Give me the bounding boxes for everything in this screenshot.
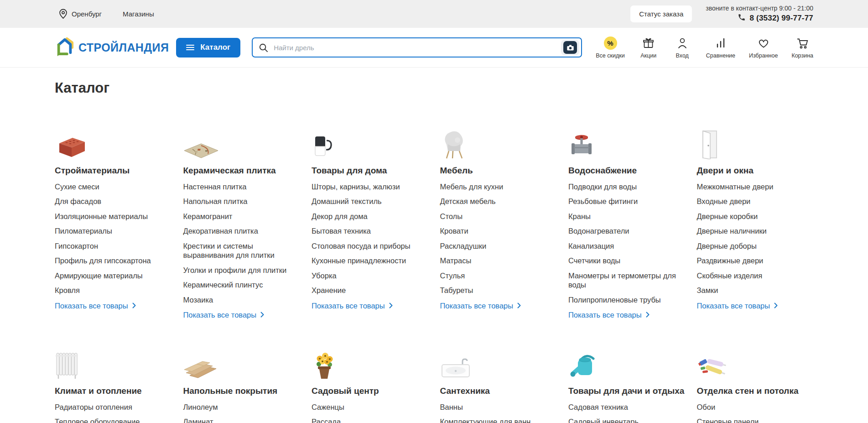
- category-title[interactable]: Товары для дачи и отдыха: [568, 386, 685, 397]
- category-item-link[interactable]: Дверные доборы: [697, 241, 757, 251]
- category-item-link[interactable]: Столы: [440, 212, 463, 221]
- category-title[interactable]: Мебель: [440, 166, 557, 176]
- category-item-link[interactable]: Мозаика: [183, 295, 213, 304]
- category-item-link[interactable]: Бытовая техника: [312, 226, 371, 235]
- category-title[interactable]: Двери и окна: [697, 166, 814, 176]
- catalog-button[interactable]: Каталог: [176, 38, 240, 57]
- phone-number[interactable]: 8 (3532) 99-77-77: [750, 14, 814, 23]
- category-item-link[interactable]: Водонагреватели: [568, 226, 629, 235]
- category-item-link[interactable]: Гипсокартон: [55, 241, 98, 251]
- order-status-button[interactable]: Статус заказа: [630, 5, 692, 22]
- category-item-link[interactable]: Сухие смеси: [55, 182, 99, 191]
- category-item-link[interactable]: Настенная плитка: [183, 182, 247, 191]
- category-item-link[interactable]: Тепловое оборудование: [55, 417, 140, 423]
- category-item-link[interactable]: Крестики и системы выравнивания для плит…: [183, 241, 300, 260]
- show-all-link[interactable]: Показать все товары: [440, 302, 521, 310]
- category-item-link[interactable]: Дверные наличники: [697, 226, 767, 235]
- mug-icon[interactable]: [312, 120, 428, 159]
- category-title[interactable]: Садовый центр: [312, 386, 428, 397]
- category-item-link[interactable]: Кровати: [440, 226, 468, 235]
- category-item-link[interactable]: Комплектующие для ванн: [440, 417, 531, 423]
- category-item-link[interactable]: Матрасы: [440, 256, 472, 265]
- category-item-link[interactable]: Декор для дома: [312, 212, 368, 221]
- logo[interactable]: СТРОЙЛАНДИЯ: [55, 37, 169, 58]
- category-item-link[interactable]: Ламинат: [183, 417, 213, 423]
- image-search-button[interactable]: [561, 40, 579, 55]
- category-item-link[interactable]: Раскладушки: [440, 241, 487, 251]
- action-gift[interactable]: Акции: [639, 37, 659, 59]
- category-title[interactable]: Керамическая плитка: [183, 166, 300, 176]
- category-item-link[interactable]: Уголки и профили для плитки: [183, 266, 287, 275]
- category-item-link[interactable]: Табуреты: [440, 286, 473, 295]
- laminate-icon[interactable]: [183, 340, 300, 380]
- category-item-link[interactable]: Домашний текстиль: [312, 197, 382, 206]
- category-item-link[interactable]: Армирующие материалы: [55, 271, 143, 280]
- category-item-link[interactable]: Входные двери: [697, 197, 751, 206]
- search-input[interactable]: [273, 43, 581, 52]
- category-title[interactable]: Сантехника: [440, 386, 557, 397]
- category-item-link[interactable]: Раздвижные двери: [697, 256, 764, 265]
- category-title[interactable]: Стройматериалы: [55, 166, 172, 176]
- category-item-link[interactable]: Садовый инвентарь: [568, 417, 639, 423]
- show-all-link[interactable]: Показать все товары: [312, 302, 393, 310]
- paint-rollers-icon[interactable]: [697, 340, 814, 380]
- action-compare[interactable]: Сравнение: [706, 37, 735, 59]
- category-item-link[interactable]: Для фасадов: [55, 197, 101, 206]
- show-all-link[interactable]: Показать все товары: [183, 311, 265, 319]
- category-item-link[interactable]: Краны: [568, 212, 591, 221]
- category-item-link[interactable]: Ванны: [440, 402, 463, 412]
- category-item-link[interactable]: Дверные коробки: [697, 212, 758, 221]
- city-selector[interactable]: Оренбург: [55, 9, 102, 19]
- category-item-link[interactable]: Кухонные принадлежности: [312, 256, 406, 265]
- category-item-link[interactable]: Уборка: [312, 271, 337, 280]
- category-item-link[interactable]: Мебель для кухни: [440, 182, 504, 191]
- action-percent[interactable]: %Все скидки: [596, 37, 624, 59]
- category-item-link[interactable]: Декоративная плитка: [183, 226, 258, 235]
- category-title[interactable]: Климат и отопление: [55, 386, 172, 397]
- category-item-link[interactable]: Канализация: [568, 241, 614, 251]
- tile-icon[interactable]: [183, 120, 300, 159]
- stores-link[interactable]: Магазины: [123, 10, 154, 18]
- category-title[interactable]: Отделка стен и потолка: [697, 386, 814, 397]
- category-item-link[interactable]: Хранение: [312, 286, 346, 295]
- category-item-link[interactable]: Стулья: [440, 271, 465, 280]
- radiator-icon[interactable]: [55, 340, 172, 380]
- category-item-link[interactable]: Рассада: [312, 417, 341, 423]
- category-item-link[interactable]: Радиаторы отопления: [55, 402, 132, 412]
- category-item-link[interactable]: Столовая посуда и приборы: [312, 241, 411, 251]
- category-item-link[interactable]: Линолеум: [183, 402, 218, 412]
- category-item-link[interactable]: Детская мебель: [440, 197, 496, 206]
- show-all-link[interactable]: Показать все товары: [697, 302, 778, 310]
- category-item-link[interactable]: Стеновые панели: [697, 417, 759, 423]
- show-all-link[interactable]: Показать все товары: [568, 311, 650, 319]
- category-item-link[interactable]: Обои: [697, 402, 716, 412]
- category-item-link[interactable]: Пиломатериалы: [55, 226, 112, 235]
- category-title[interactable]: Напольные покрытия: [183, 386, 300, 397]
- valve-icon[interactable]: [568, 120, 685, 159]
- show-all-link[interactable]: Показать все товары: [55, 302, 136, 310]
- action-cart[interactable]: Корзина: [791, 37, 813, 59]
- category-item-link[interactable]: Подводки для воды: [568, 182, 637, 191]
- watering-can-icon[interactable]: [568, 340, 685, 380]
- category-item-link[interactable]: Счетчики воды: [568, 256, 620, 265]
- category-item-link[interactable]: Кровля: [55, 286, 80, 295]
- category-item-link[interactable]: Керамический плинтус: [183, 280, 263, 289]
- action-user[interactable]: Вход: [672, 37, 692, 59]
- category-item-link[interactable]: Резьбовые фитинги: [568, 197, 638, 206]
- category-item-link[interactable]: Изоляционные материалы: [55, 212, 148, 221]
- sink-icon[interactable]: [440, 340, 557, 380]
- armchair-icon[interactable]: [440, 120, 557, 159]
- brick-icon[interactable]: [55, 120, 172, 159]
- category-item-link[interactable]: Замки: [697, 286, 718, 295]
- category-item-link[interactable]: Межкомнатные двери: [697, 182, 774, 191]
- door-icon[interactable]: [697, 120, 814, 159]
- category-item-link[interactable]: Садовая техника: [568, 402, 628, 412]
- category-item-link[interactable]: Скобяные изделия: [697, 271, 763, 280]
- category-item-link[interactable]: Манометры и термометры для воды: [568, 271, 685, 289]
- action-heart[interactable]: Избранное: [749, 37, 778, 59]
- category-title[interactable]: Водоснабжение: [568, 166, 685, 176]
- category-item-link[interactable]: Напольная плитка: [183, 197, 248, 206]
- category-item-link[interactable]: Керамогранит: [183, 212, 233, 221]
- category-item-link[interactable]: Шторы, карнизы, жалюзи: [312, 182, 400, 191]
- category-item-link[interactable]: Полипропиленовые трубы: [568, 295, 661, 304]
